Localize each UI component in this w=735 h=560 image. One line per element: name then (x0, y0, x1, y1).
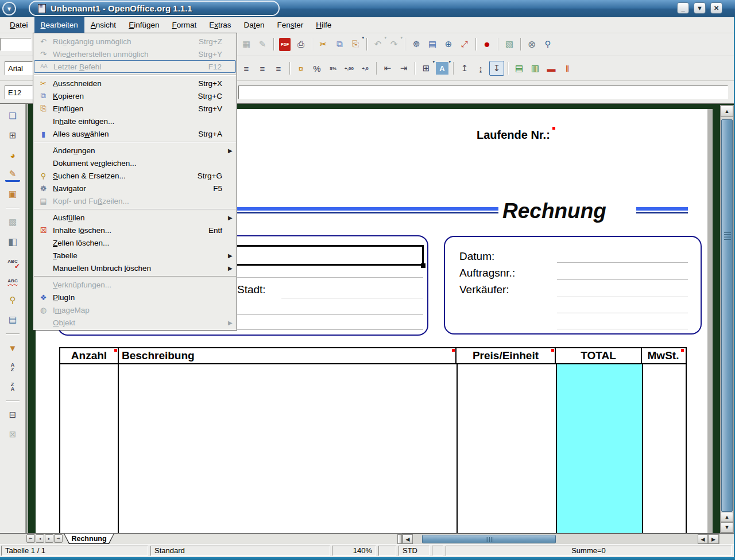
menu-item-delete-contents[interactable]: ☒ Inhalte löschen... Entf (34, 224, 236, 236)
cell-reference-box[interactable]: E12 (5, 85, 33, 99)
menu-item-select-all[interactable]: ▮ Alles auswählen Strg+A (34, 127, 236, 140)
menu-datei[interactable]: Datei (3, 17, 34, 33)
delete-columns-icon[interactable]: ‖ (560, 61, 575, 76)
first-sheet-button[interactable]: ⇤ (26, 534, 35, 543)
align-top-icon[interactable]: ↥ (457, 61, 472, 76)
decrease-indent-icon[interactable]: ⇤ (380, 61, 395, 76)
search-icon[interactable]: ⚲ (5, 293, 20, 308)
horizontal-scroll-thumb[interactable] (422, 535, 556, 543)
previous-sheet-button[interactable]: ◂ (36, 534, 44, 543)
increase-indent-icon[interactable]: ⇥ (396, 61, 411, 76)
selection-handle[interactable] (421, 263, 425, 268)
insert-object-icon[interactable]: ◕ (5, 147, 20, 162)
menu-hilfe[interactable]: Hilfe (310, 17, 338, 33)
menu-daten[interactable]: Daten (238, 17, 271, 33)
edit-file-icon[interactable]: ✎ (255, 37, 270, 52)
menu-item-delete-manual-break[interactable]: Manuellen Umbruch löschen ▶ (34, 262, 236, 274)
redo-icon[interactable]: ↷▾ (386, 37, 401, 52)
standard-format-icon[interactable]: $% (326, 61, 341, 76)
hyperlink-icon[interactable]: ⊕ (441, 37, 456, 52)
menu-fenster[interactable]: Fenster (271, 17, 310, 33)
menu-item-paste-special[interactable]: Inhalte einfügen... (34, 115, 236, 127)
background-color-icon[interactable]: A▾ (435, 61, 450, 76)
borders-icon[interactable]: ⊞▾ (419, 61, 434, 76)
menu-item-plugin[interactable]: ❖ PlugIn (34, 291, 236, 304)
stop-loading-icon[interactable]: ⊗ (524, 37, 539, 52)
menu-bearbeiten[interactable]: Bearbeiten (34, 17, 84, 33)
insert-rows-icon[interactable]: ▤ (512, 61, 527, 76)
formula-input[interactable] (238, 85, 728, 99)
menu-item-paste[interactable]: ⎘ Einfügen Strg+V (34, 102, 236, 115)
vertical-scroll-thumb[interactable] (721, 119, 733, 512)
insert-mode-field[interactable] (378, 546, 396, 556)
page-style-field[interactable]: Standard (150, 546, 330, 556)
maximize-button[interactable]: ▼ (694, 2, 706, 14)
menu-format[interactable]: Format (165, 17, 203, 33)
pane-splitter[interactable] (397, 534, 402, 544)
menu-item-navigator[interactable]: ☸ Navigator F5 (34, 182, 236, 195)
insert-cells-icon[interactable]: ⊞ (5, 128, 20, 143)
spellcheck-icon[interactable]: ABC✓ (5, 254, 20, 269)
align-center-icon[interactable]: ≡ (239, 61, 254, 76)
next-sheet-button[interactable]: ▸ (45, 534, 53, 543)
data-sources-icon[interactable]: ▤ (5, 312, 20, 327)
export-pdf-icon[interactable]: PDF (279, 38, 291, 51)
scroll-up-button[interactable]: ▲ (721, 106, 733, 117)
zoom-field[interactable]: 140% (332, 546, 376, 556)
sort-ascending-icon[interactable]: A Z (5, 360, 20, 375)
currency-format-icon[interactable]: ¤ (293, 61, 308, 76)
scroll-down-button[interactable]: ▼ (721, 522, 733, 532)
sheet-tab[interactable]: Rechnung (64, 534, 114, 544)
align-justify-icon[interactable]: ≡ (271, 61, 286, 76)
cut-icon[interactable]: ✂ (316, 37, 331, 52)
vertical-scrollbar[interactable]: ▲ ▲ ▼ (720, 105, 734, 533)
scroll-left-button[interactable]: ◀ (403, 534, 413, 544)
add-decimal-icon[interactable]: +,00 (342, 61, 357, 76)
delete-rows-icon[interactable]: ▬ (544, 61, 559, 76)
percent-format-icon[interactable]: % (310, 61, 324, 76)
window-menu-button[interactable]: ▼ (2, 2, 16, 15)
autofilter-icon[interactable]: ▼ (5, 340, 20, 355)
paste-icon[interactable]: ⎘▾ (348, 37, 363, 52)
align-bottom-icon[interactable]: ↧ (489, 61, 504, 76)
autospellcheck-icon[interactable]: ABC (5, 273, 20, 288)
align-right-icon[interactable]: ≡ (255, 61, 270, 76)
insert-columns-icon[interactable]: ▥ (528, 61, 543, 76)
copy-icon[interactable]: ⧉ (332, 37, 347, 52)
autoformat-icon[interactable]: ▩ (5, 215, 20, 230)
scroll-left-button-right[interactable]: ◀ (698, 534, 708, 544)
menu-item-sheet[interactable]: Tabelle ▶ (34, 249, 236, 262)
menu-einfuegen[interactable]: Einfügen (122, 17, 165, 33)
menu-item-cut[interactable]: ✂ Ausschneiden Strg+X (34, 77, 236, 90)
scroll-up-button-bottom[interactable]: ▲ (721, 512, 733, 522)
group-icon[interactable]: ⊟ (5, 407, 20, 422)
save-icon[interactable]: ▦ (239, 37, 254, 52)
form-functions-icon[interactable]: ▣ (5, 186, 20, 201)
menu-item-copy[interactable]: ⧉ Kopieren Strg+C (34, 90, 236, 102)
sum-field[interactable]: Summe=0 (446, 546, 732, 556)
sort-descending-icon[interactable]: Z A (5, 379, 20, 394)
align-vcenter-icon[interactable]: ↨ (473, 61, 488, 76)
draw-functions-icon[interactable]: ✎ (5, 167, 20, 182)
print-icon[interactable]: ⎙ (293, 37, 308, 52)
selection-mode-field[interactable]: STD (399, 546, 430, 556)
scroll-right-button[interactable]: ▶ (708, 534, 719, 544)
stylist-icon[interactable]: ▤ (425, 37, 440, 52)
menu-item-fill[interactable]: Ausfüllen ▶ (34, 211, 236, 224)
font-name-box[interactable]: Arial (5, 61, 33, 75)
zoom-icon[interactable]: ⤢ (457, 37, 472, 52)
page-preview-icon[interactable]: ⚲ (540, 37, 555, 52)
menu-ansicht[interactable]: Ansicht (84, 17, 122, 33)
insert-icon[interactable]: ❏ (5, 108, 20, 123)
url-load-field[interactable] (0, 38, 32, 51)
close-button[interactable]: ✕ (710, 2, 722, 14)
last-sheet-button[interactable]: ⇥ (54, 534, 63, 543)
ungroup-icon[interactable]: ⊠ (5, 427, 20, 442)
menu-item-compare-document[interactable]: Dokument vergleichen... (34, 157, 236, 169)
minimize-button[interactable]: _ (677, 2, 689, 14)
delete-decimal-icon[interactable]: +,0 (358, 61, 373, 76)
menu-item-delete-cells[interactable]: Zellen löschen... (34, 236, 236, 249)
navigator-icon[interactable]: ☸ (409, 37, 424, 52)
themes-icon[interactable]: ◧ (5, 234, 20, 249)
menu-item-changes[interactable]: Änderungen ▶ (34, 144, 236, 157)
